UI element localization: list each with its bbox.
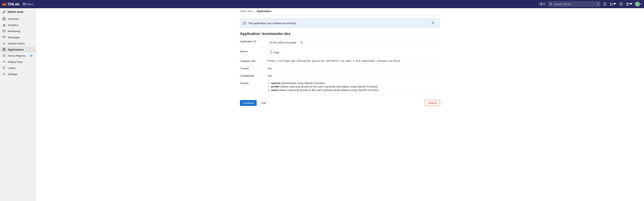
svg-point-5 xyxy=(550,3,551,5)
svg-rect-25 xyxy=(4,48,5,49)
trusted-value: Yes xyxy=(268,67,440,70)
menu-label: Menu xyxy=(27,3,34,6)
clipboard-icon xyxy=(270,51,272,54)
top-navbar: GitLab Menu / xyxy=(0,0,644,8)
scope-item: openid (Authenticate using OpenID Connec… xyxy=(271,82,440,85)
breadcrumb: Admin Area › Applications xyxy=(240,8,440,15)
brand-text: GitLab xyxy=(8,2,20,6)
app-id-value[interactable]: 4376cceb51251ee48b xyxy=(268,40,298,45)
destroy-button[interactable]: Destroy xyxy=(425,100,440,106)
row-scopes: Scopes openid (Authenticate using OpenID… xyxy=(240,80,440,94)
label-trusted: Trusted xyxy=(240,67,268,70)
sidebar-item-deploy-keys[interactable]: Deploy Keys xyxy=(0,59,36,65)
gitlab-icon xyxy=(2,2,6,6)
row-app-id: Application ID 4376cceb51251ee48b xyxy=(240,38,440,48)
sidebar-item-label: Labels xyxy=(8,66,16,70)
sidebar-item-label: Abuse Reports xyxy=(8,54,25,57)
confidential-value: Yes xyxy=(268,74,440,77)
sidebar-item-label: Overview xyxy=(8,17,19,21)
menu-button[interactable]: Menu xyxy=(21,2,35,7)
svg-rect-17 xyxy=(3,19,4,20)
sidebar-item-analytics[interactable]: Analytics xyxy=(0,22,36,28)
page-title: Application: kommander-dex xyxy=(240,32,440,36)
sidebar-title[interactable]: Admin Area xyxy=(0,8,36,16)
copy-app-id-button[interactable] xyxy=(298,40,305,45)
applications-icon xyxy=(2,48,6,51)
scopes-list: openid (Authenticate using OpenID Connec… xyxy=(268,82,440,92)
clipboard-icon xyxy=(300,41,303,44)
help-icon xyxy=(626,3,629,6)
search-icon xyxy=(549,3,552,6)
sidebar-item-label: System Hooks xyxy=(8,42,25,45)
slash-shortcut: / xyxy=(597,3,600,6)
continue-button[interactable]: Continue xyxy=(240,100,257,106)
sidebar-item-monitoring[interactable]: Monitoring xyxy=(0,28,36,34)
action-buttons: Continue Edit Destroy xyxy=(240,100,440,106)
overview-icon xyxy=(2,17,6,21)
search-input[interactable] xyxy=(552,3,597,6)
alert-close-button[interactable] xyxy=(431,21,437,25)
wrench-icon xyxy=(2,10,6,14)
svg-rect-26 xyxy=(3,50,4,51)
svg-line-29 xyxy=(3,55,5,56)
chevron-down-icon xyxy=(613,3,616,6)
gear-icon xyxy=(2,72,6,76)
row-trusted: Trusted Yes xyxy=(240,65,440,72)
scope-desc: (Authenticate using OpenID Connect) xyxy=(280,82,325,85)
svg-rect-7 xyxy=(604,3,606,5)
user-menu[interactable] xyxy=(635,2,642,7)
row-secret: Secret Copy xyxy=(240,48,440,58)
breadcrumb-root[interactable]: Admin Area xyxy=(240,10,252,13)
svg-point-31 xyxy=(3,67,4,68)
sidebar-item-system-hooks[interactable]: System Hooks xyxy=(0,40,36,46)
sidebar-item-settings[interactable]: Settings xyxy=(0,71,36,77)
merge-requests-button[interactable] xyxy=(609,2,617,7)
svg-point-11 xyxy=(612,5,612,6)
edit-button[interactable]: Edit xyxy=(258,100,269,106)
copy-label: Copy xyxy=(274,51,279,54)
success-alert: The application was created successfully… xyxy=(240,18,440,28)
sidebar-item-messages[interactable]: Messages xyxy=(0,34,36,40)
todo-icon xyxy=(620,3,623,6)
svg-rect-39 xyxy=(270,52,272,54)
sidebar-title-text: Admin Area xyxy=(7,10,23,14)
new-button[interactable] xyxy=(539,2,546,6)
sidebar-item-applications[interactable]: Applications xyxy=(0,46,36,53)
abuse-icon xyxy=(2,54,6,57)
sidebar-item-label: Analytics xyxy=(8,24,18,27)
scope-name: openid xyxy=(271,82,280,85)
plus-icon xyxy=(540,3,543,6)
svg-rect-38 xyxy=(301,42,302,44)
svg-rect-27 xyxy=(4,50,5,51)
todos-button[interactable] xyxy=(619,2,624,7)
svg-rect-21 xyxy=(4,24,4,26)
sidebar-item-label: Deploy Keys xyxy=(8,60,23,63)
svg-rect-0 xyxy=(23,3,26,3)
sidebar-item-labels[interactable]: Labels xyxy=(0,65,36,71)
gitlab-logo[interactable]: GitLab xyxy=(2,2,20,6)
svg-point-10 xyxy=(610,5,611,6)
svg-rect-16 xyxy=(4,17,6,19)
admin-sidebar: Admin Area Overview Analytics Monitoring… xyxy=(0,8,36,201)
analytics-icon xyxy=(2,23,6,27)
breadcrumb-separator: › xyxy=(254,10,255,13)
help-button[interactable] xyxy=(625,2,634,7)
issues-icon xyxy=(603,3,606,6)
sidebar-item-label: Settings xyxy=(8,73,17,76)
svg-rect-24 xyxy=(3,48,4,49)
label-callback: Callback URL xyxy=(240,60,268,63)
svg-point-9 xyxy=(610,3,611,4)
svg-rect-20 xyxy=(3,25,4,26)
sidebar-item-abuse-reports[interactable]: Abuse Reports 0 xyxy=(0,53,36,59)
sidebar-item-overview[interactable]: Overview xyxy=(0,16,36,22)
search-bar[interactable]: / xyxy=(548,1,601,7)
sidebar-item-label: Monitoring xyxy=(8,30,20,33)
scope-item: profile (Allows read-only access to the … xyxy=(271,85,440,88)
svg-line-6 xyxy=(551,5,552,5)
issues-icon-button[interactable] xyxy=(602,2,607,7)
application-details: Application ID 4376cceb51251ee48b Secret xyxy=(240,38,440,94)
copy-secret-button[interactable]: Copy xyxy=(268,50,282,55)
scope-name: email xyxy=(271,89,278,92)
avatar xyxy=(635,2,640,7)
info-icon xyxy=(243,22,246,25)
